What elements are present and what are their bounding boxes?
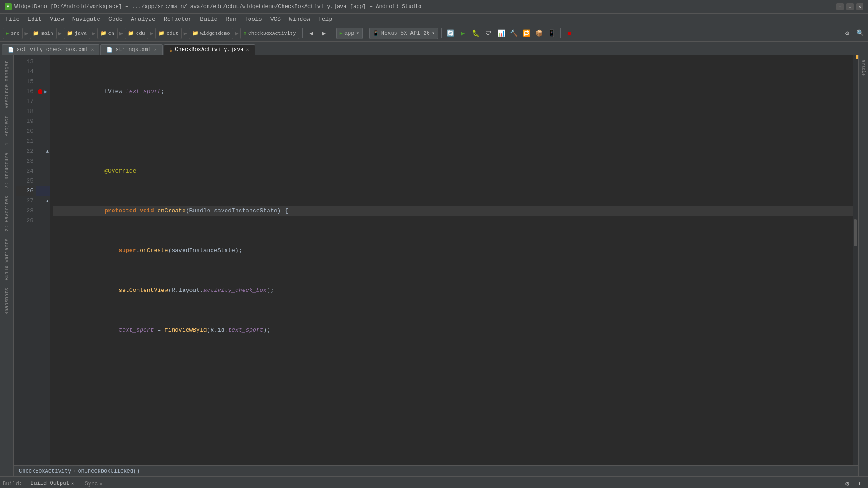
nav-forward-button[interactable]: ▶	[319, 28, 330, 39]
line-num-15: 15	[16, 77, 33, 87]
build-settings-button[interactable]: ⚙	[842, 479, 853, 488]
toolbar-divider-3	[366, 28, 366, 38]
profile-button[interactable]: 📊	[495, 28, 506, 39]
menu-navigate[interactable]: Navigate	[69, 15, 104, 23]
stop-button[interactable]: ■	[564, 28, 575, 39]
breadcrumb-java[interactable]: 📁 java	[64, 28, 90, 39]
left-sidebar: Resource Manager 1: Project 2: Structure…	[0, 55, 14, 476]
gutter-16[interactable]: ▶	[36, 87, 50, 97]
line-num-18: 18	[16, 107, 33, 117]
breadcrumb-cn-label: cn	[108, 31, 114, 36]
menu-refactor[interactable]: Refactor	[160, 15, 195, 23]
breadcrumb-checkboxactivity[interactable]: ⚙ CheckBoxActivity	[240, 28, 299, 39]
code-line-22	[53, 445, 853, 455]
right-sidebar: Gradle	[858, 55, 868, 476]
tab-close-activity-xml[interactable]: ✕	[91, 47, 94, 52]
emulator-selector[interactable]: 📱 Nexus 5X API 26 ▾	[369, 28, 438, 39]
sdk-manager-button[interactable]: 📦	[533, 28, 544, 39]
menu-code[interactable]: Code	[105, 15, 126, 23]
menu-tools[interactable]: Tools	[241, 15, 266, 23]
breadcrumb-cn[interactable]: 📁 cn	[97, 28, 118, 39]
breadcrumb-widgetdemo-label: widgetdemo	[200, 31, 230, 36]
run-button[interactable]: ▶	[458, 28, 468, 39]
scrollbar-thumb[interactable]	[854, 219, 857, 246]
emulator-selector-label: Nexus 5X API 26	[381, 30, 430, 37]
breakpoint-16[interactable]	[38, 89, 42, 94]
gutter-arrow-16: ▶	[44, 89, 47, 94]
gradle-sync-button[interactable]: 🔁	[521, 28, 532, 39]
tab-activity-check-box-xml[interactable]: 📄 activity_check_box.xml ✕	[2, 44, 99, 55]
build-maximize-button[interactable]: ⬆	[854, 479, 865, 488]
tab-checkboxactivity-java[interactable]: ☕ CheckBoxActivity.java ✕	[164, 44, 255, 55]
sidebar-project[interactable]: 1: Project	[2, 112, 11, 149]
menu-window[interactable]: Window	[285, 15, 314, 23]
tab-strings-xml[interactable]: 📄 strings.xml ✕	[100, 44, 162, 55]
menu-vcs[interactable]: VCS	[267, 15, 284, 23]
sidebar-structure[interactable]: 2: Structure	[2, 149, 11, 192]
sidebar-build-variants[interactable]: Build Variants	[2, 235, 11, 284]
coverage-button[interactable]: 🛡	[483, 28, 494, 39]
avd-manager-button[interactable]: 📱	[546, 28, 557, 39]
code-line-18: setContentView(R.layout.activity_check_b…	[53, 286, 853, 296]
line-num-17: 17	[16, 97, 33, 107]
build-label: Build:	[3, 481, 22, 487]
menu-edit[interactable]: Edit	[24, 15, 45, 23]
tab-close-strings[interactable]: ✕	[154, 47, 157, 52]
menu-build[interactable]: Build	[196, 15, 221, 23]
sync-button[interactable]: 🔄	[445, 28, 456, 39]
debug-button[interactable]: 🐛	[470, 28, 481, 39]
sidebar-favorites[interactable]: 2: Favorites	[2, 192, 11, 235]
tab-label-activity-xml: activity_check_box.xml	[17, 47, 88, 53]
editor-breadcrumb-class[interactable]: CheckBoxActivity	[19, 468, 71, 474]
code-content[interactable]: tView text_sport; @Override protected vo…	[50, 55, 853, 465]
code-container[interactable]: 13 14 15 16 17 18 19 20 21 22 23 24 25 2…	[14, 55, 858, 465]
breadcrumb-edu[interactable]: 📁 edu	[125, 28, 148, 39]
bottom-tab-build-output-close[interactable]: ✕	[71, 481, 74, 486]
fold-icon-27[interactable]: ▲	[46, 198, 49, 204]
tab-close-java[interactable]: ✕	[246, 47, 249, 52]
tab-label-strings: strings.xml	[115, 47, 151, 53]
bottom-tab-build-output[interactable]: Build Output ✕	[26, 479, 78, 488]
menu-help[interactable]: Help	[315, 15, 336, 23]
code-line-17: super.onCreate(savedInstanceState);	[53, 246, 853, 256]
restore-button[interactable]: □	[846, 3, 854, 10]
gutter-14	[36, 67, 50, 77]
tab-label-java: CheckBoxActivity.java	[175, 47, 243, 53]
menu-analyze[interactable]: Analyze	[127, 15, 159, 23]
gutter-27[interactable]: ▲	[36, 196, 50, 206]
menu-view[interactable]: View	[46, 15, 67, 23]
sidebar-resource-manager[interactable]: Resource Manager	[2, 57, 11, 112]
close-button[interactable]: ✕	[856, 3, 863, 10]
gutter-17	[36, 97, 50, 107]
main-layout: Resource Manager 1: Project 2: Structure…	[0, 55, 868, 476]
sidebar-gradle[interactable]: Gradle	[860, 57, 867, 79]
gutter-25	[36, 176, 50, 186]
minimize-button[interactable]: ─	[836, 3, 844, 10]
menu-file[interactable]: File	[2, 15, 23, 23]
line-num-22: 22	[16, 146, 33, 156]
gutter-28	[36, 206, 50, 216]
breadcrumb-main-label: main	[41, 31, 53, 36]
breadcrumb-cdut[interactable]: 📁 cdut	[155, 28, 181, 39]
menu-run[interactable]: Run	[222, 15, 240, 23]
gutter-22[interactable]: ▲	[36, 146, 50, 156]
bottom-tab-sync-close[interactable]: ✕	[99, 481, 102, 487]
editor-breadcrumb-method[interactable]: onCheckboxClicked()	[78, 468, 140, 474]
nav-back-button[interactable]: ◀	[306, 28, 317, 39]
editor-scrollbar[interactable]	[853, 55, 858, 465]
breadcrumb-main[interactable]: 📁 main	[30, 28, 56, 39]
sidebar-snapshots[interactable]: Snapshots	[2, 284, 11, 318]
settings-button[interactable]: ⚙	[842, 28, 853, 39]
gradle-button[interactable]: 🔨	[508, 28, 519, 39]
search-everywhere-button[interactable]: 🔍	[854, 28, 865, 39]
line-num-25: 25	[16, 176, 33, 186]
bottom-tab-sync[interactable]: Sync ✕	[80, 480, 107, 488]
app-selector[interactable]: ▶ app ▾	[336, 28, 363, 39]
window-title: WidgetDemo [D:/Android/workspace] – .../…	[14, 4, 421, 10]
toolbar-divider-1	[302, 28, 303, 38]
fold-icon-22[interactable]: ▲	[46, 149, 49, 154]
breadcrumb-widgetdemo[interactable]: 📁 widgetdemo	[189, 28, 233, 39]
breadcrumb-src[interactable]: ▶ src	[3, 28, 23, 39]
toolbar-divider-2	[333, 28, 333, 38]
gutter-13	[36, 57, 50, 67]
